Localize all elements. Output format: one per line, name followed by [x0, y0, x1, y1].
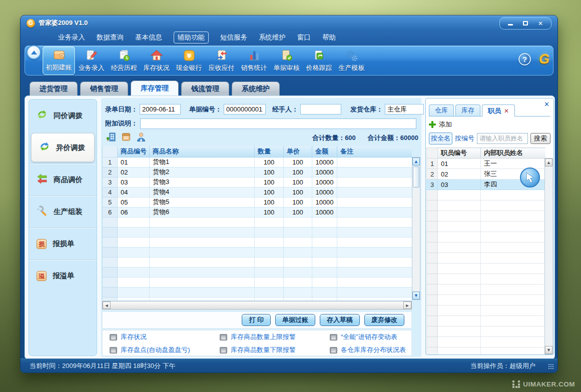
search-by-code-toggle[interactable]: 按编号: [455, 134, 474, 143]
doc-no-input[interactable]: [224, 104, 266, 114]
table-row[interactable]: 2 02 货物2 100 100 10000: [103, 167, 412, 177]
post-document-button[interactable]: 单据过账: [275, 314, 315, 326]
table-row-empty: [427, 326, 546, 337]
tab-cashflow[interactable]: 钱流管理: [181, 82, 229, 96]
sidebar-item-overflow-report[interactable]: 溢 报溢单: [29, 260, 97, 292]
toolbar-initial-setup[interactable]: 初期建账: [43, 46, 75, 75]
table-row[interactable]: 3 03 货物3 100 100 10000: [103, 177, 412, 187]
sidebar-item-same-price-transfer[interactable]: 同价调拨: [29, 100, 97, 132]
date-input[interactable]: [140, 104, 181, 114]
menu-business-entry[interactable]: 业务录入: [58, 33, 85, 42]
tab-close-icon[interactable]: ✕: [504, 108, 509, 114]
items-vertical-scrollbar[interactable]: ▲ ▼: [412, 157, 420, 300]
staff-search-input[interactable]: [477, 133, 528, 144]
content-area: 同价调拨 异价调拨 商品调价 生产组装 损 报损单: [25, 96, 555, 360]
col-item-name[interactable]: 商品名称: [150, 146, 255, 157]
table-row[interactable]: 6 06 货物6 100 100 10000: [103, 207, 412, 217]
action-buttons: 打 印 单据过账 存入草稿 废弃修改: [102, 312, 412, 328]
close-button[interactable]: ✕: [534, 19, 547, 28]
print-button[interactable]: 打 印: [242, 314, 271, 326]
scroll-up-icon[interactable]: ▲: [412, 158, 420, 166]
picker-tab-staff[interactable]: 职员✕: [482, 104, 515, 116]
toolbar-history[interactable]: 经营历程: [108, 46, 140, 75]
tab-system[interactable]: 系统维护: [232, 82, 280, 96]
toolbar-payables[interactable]: 应收应付: [205, 46, 238, 75]
table-row[interactable]: 1 01 货物1 100 100 10000: [103, 157, 412, 167]
search-by-name-toggle[interactable]: 按全名: [429, 132, 452, 144]
menu-basic-info[interactable]: 基本信息: [135, 33, 162, 42]
tab-inventory[interactable]: 库存管理: [131, 80, 179, 96]
sidebar-item-price-adjust[interactable]: 商品调价: [29, 164, 97, 196]
staff-vertical-scrollbar[interactable]: ▲ ▼: [544, 158, 553, 354]
col-item-code[interactable]: 商品编号: [118, 146, 150, 157]
collapse-toolbar-button[interactable]: [27, 45, 41, 60]
table-row[interactable]: 5 05 货物5 100 100 10000: [103, 197, 412, 207]
warehouse-picker-icon[interactable]: [106, 132, 116, 144]
resize-grip[interactable]: [548, 364, 554, 370]
table-row[interactable]: 4 04 货物4 100 100 10000: [103, 187, 412, 197]
col-qty[interactable]: 数量: [255, 146, 284, 157]
toolbar-business-entry[interactable]: 业务录入: [75, 46, 108, 75]
warehouse-input[interactable]: [385, 104, 424, 114]
date-label: 录单日期：: [105, 105, 138, 114]
menu-help[interactable]: 帮助: [322, 33, 336, 42]
col-price[interactable]: 单价: [284, 146, 312, 157]
scroll-down-icon[interactable]: ▼: [545, 346, 552, 354]
link-upper-limit-alert[interactable]: 库存商品数量上限报警: [220, 332, 330, 342]
staff-picker-icon[interactable]: [136, 132, 146, 144]
total-qty-value: 600: [345, 134, 356, 142]
save-draft-button[interactable]: 存入草稿: [320, 314, 360, 326]
tab-purchase[interactable]: 进货管理: [30, 82, 78, 96]
window-title: 管家婆2009 V1.0: [39, 18, 88, 28]
items-horizontal-scrollbar[interactable]: ◄ ►: [102, 301, 412, 310]
scroll-up-icon[interactable]: ▲: [545, 158, 552, 166]
minimize-button[interactable]: [504, 19, 517, 28]
menu-system-maintenance[interactable]: 系统维护: [259, 33, 286, 42]
link-stocktake[interactable]: 库存盘点(自动盘盈盘亏): [110, 346, 220, 354]
link-warehouse-distribution[interactable]: 各仓库库存分布状况表: [330, 346, 411, 354]
sidebar-item-production-assembly[interactable]: 生产组装: [29, 196, 97, 228]
scroll-left-icon[interactable]: ◄: [103, 302, 111, 309]
toolbar-cash-bank[interactable]: ¥ 现金银行: [173, 46, 205, 75]
scroll-down-icon[interactable]: ▼: [412, 292, 420, 300]
col-amount[interactable]: 金额: [312, 146, 337, 157]
goods-picker-icon[interactable]: [121, 132, 131, 144]
table-row-empty: [427, 264, 546, 274]
col-staff-name[interactable]: 内部职员姓名: [481, 148, 546, 158]
maximize-button[interactable]: [519, 19, 532, 28]
col-note[interactable]: 备注: [337, 146, 412, 157]
help-icon[interactable]: ?: [518, 53, 531, 66]
toolbar-price-tracking[interactable]: 价格跟踪: [303, 46, 335, 75]
link-inventory-status[interactable]: 库存状况: [110, 332, 220, 342]
handler-input[interactable]: [300, 104, 341, 114]
search-button[interactable]: 搜索: [530, 133, 550, 144]
discard-changes-button[interactable]: 废弃修改: [364, 314, 404, 326]
note-input[interactable]: [140, 118, 416, 129]
menu-auxiliary[interactable]: 辅助功能: [174, 32, 209, 44]
toolbar-inventory-status[interactable]: 库存状况: [140, 46, 173, 75]
table-row-empty: [427, 316, 546, 326]
edit-doc-icon: [85, 48, 98, 62]
add-staff-button[interactable]: 添加: [439, 120, 452, 129]
scroll-thumb[interactable]: [413, 166, 419, 188]
link-all-in-one-report[interactable]: “全能”进销存变动表: [330, 332, 411, 342]
sidebar-item-loss-report[interactable]: 损 报损单: [29, 228, 97, 260]
picker-tabs: 仓库 库存 职员✕: [429, 104, 550, 116]
sidebar-item-diff-price-transfer[interactable]: 异价调拨: [31, 133, 95, 162]
app-window: G 管家婆2009 V1.0 ✕ 业务录入 数据查询 基本信息 辅助功能 短信服…: [20, 15, 558, 373]
toolbar-production-template[interactable]: 生产模板: [335, 46, 368, 75]
picker-tab-inventory[interactable]: 库存: [455, 104, 480, 116]
recycle-blue-icon: [39, 141, 50, 154]
scroll-right-icon[interactable]: ►: [403, 302, 411, 309]
menu-window[interactable]: 窗口: [297, 33, 311, 42]
picker-tab-warehouse[interactable]: 仓库: [429, 104, 454, 116]
col-staff-code[interactable]: 职员编号: [438, 148, 481, 158]
link-lower-limit-alert[interactable]: 库存商品数量下限报警: [220, 346, 330, 354]
audit-icon: [280, 48, 293, 62]
toolbar-sales-stats[interactable]: 销售统计: [238, 46, 270, 75]
table-row-empty: [427, 242, 546, 253]
menu-sms[interactable]: 短信服务: [220, 33, 247, 42]
tab-sales[interactable]: 销售管理: [80, 82, 128, 96]
toolbar-doc-audit[interactable]: 单据审核: [270, 46, 303, 75]
menu-data-query[interactable]: 数据查询: [97, 33, 124, 42]
